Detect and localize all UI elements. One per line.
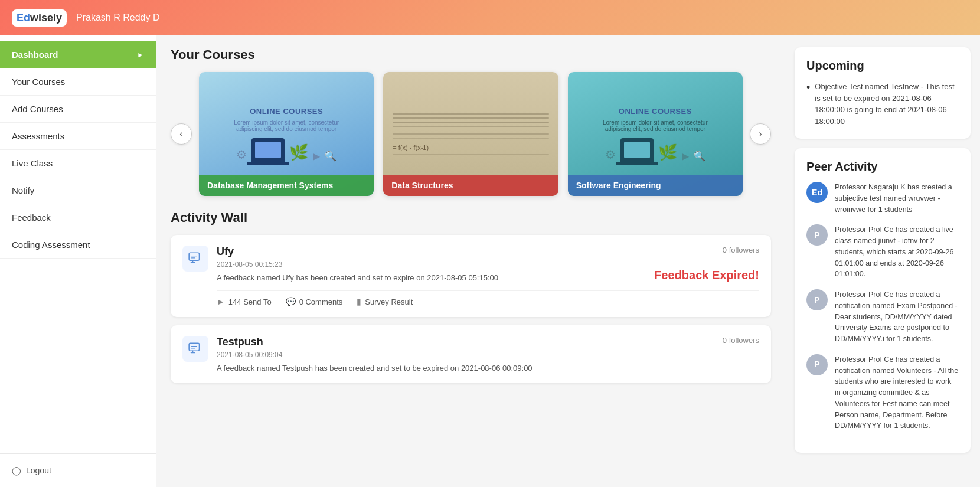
- comments-button[interactable]: 💬 0 Comments: [286, 297, 343, 306]
- activity-desc-ufy: A feedback named Ufy has been created an…: [217, 273, 654, 282]
- sidebar-item-live-class[interactable]: Live Class: [0, 150, 156, 177]
- logo-ed: Ed: [17, 12, 30, 24]
- course-title-2: Data Structures: [391, 181, 453, 190]
- activity-name-ufy: Ufy: [217, 246, 234, 258]
- peer-item-2: P Professor Prof Ce has created a live c…: [806, 224, 959, 280]
- comment-icon: 💬: [286, 297, 296, 306]
- sidebar-item-feedback[interactable]: Feedback: [0, 204, 156, 231]
- peer-item-4: P Professor Prof Ce has created a notifi…: [806, 354, 959, 432]
- plant-icon-3: 🌿: [658, 143, 677, 162]
- activity-card-testpush: Testpush 0 followers 2021-08-05 00:09:04…: [171, 325, 771, 383]
- nb-line: [393, 126, 548, 127]
- peer-item-1: Ed Professor Nagaraju K has created a su…: [806, 182, 959, 215]
- carousel-next-button[interactable]: ›: [750, 123, 771, 145]
- sidebar-label-your-courses: Your Courses: [12, 77, 65, 87]
- gear-icon-3: ⚙: [605, 148, 616, 162]
- course-icon-area-1: ⚙ 🌿 ▶ 🔍: [236, 138, 337, 162]
- peer-avatar-2: P: [806, 224, 828, 246]
- activity-content-ufy: Ufy 0 followers 2021-08-05 00:15:23 A fe…: [217, 246, 759, 306]
- chart-icon: ▮: [357, 297, 361, 306]
- course-card-3[interactable]: ONLINE COURSES Lorem ipsum dolor sit ame…: [568, 72, 743, 196]
- activity-followers-ufy: 0 followers: [723, 246, 759, 254]
- sidebar-item-dashboard[interactable]: Dashboard ►: [0, 41, 156, 68]
- peer-avatar-1: Ed: [806, 182, 828, 203]
- nb-formula: = f(x) - f(x-1): [393, 144, 548, 151]
- survey-result-button[interactable]: ▮ Survey Result: [357, 297, 413, 306]
- activity-time-testpush: 2021-08-05 00:09:04: [217, 351, 759, 359]
- send-to-label: 144 Send To: [228, 298, 272, 306]
- send-to-button[interactable]: ► 144 Send To: [217, 297, 272, 306]
- sidebar-item-assessments[interactable]: Assessments: [0, 123, 156, 150]
- app-header: Edwisely Prakash R Reddy D: [0, 0, 980, 35]
- play-icon-1: ▶: [313, 151, 320, 162]
- right-panel: Upcoming • Objective Test named Testnew …: [785, 35, 980, 487]
- courses-list: ONLINE COURSES Lorem ipsum dolor sit ame…: [199, 72, 743, 196]
- peer-activity-card: Peer Activity Ed Professor Nagaraju K ha…: [795, 148, 971, 453]
- upcoming-title: Upcoming: [806, 59, 959, 73]
- nb-line: [393, 133, 548, 135]
- course-title-overlay-1: Database Management Systems: [199, 175, 374, 196]
- upcoming-text-1: Objective Test named Testnew - This test…: [815, 81, 959, 127]
- sidebar-label-coding-assessment: Coding Assessment: [12, 240, 90, 250]
- activity-desc-row-ufy: A feedback named Ufy has been created an…: [217, 273, 759, 282]
- peer-text-2: Professor Prof Ce has created a live cla…: [835, 224, 959, 280]
- upcoming-item-1: • Objective Test named Testnew - This te…: [806, 81, 959, 127]
- upcoming-card: Upcoming • Objective Test named Testnew …: [795, 47, 971, 139]
- laptop-screen-3: [624, 142, 650, 158]
- activity-desc-testpush: A feedback named Testpush has been creat…: [217, 364, 759, 372]
- course-desc-text-3: Lorem ipsum dolor sit amet, consectetura…: [603, 119, 708, 132]
- course-card-1[interactable]: ONLINE COURSES Lorem ipsum dolor sit ame…: [199, 72, 374, 196]
- feedback-expired-badge: Feedback Expired!: [654, 269, 759, 282]
- laptop-base-1: [247, 162, 289, 165]
- course-title-1: Database Management Systems: [207, 181, 333, 190]
- activity-card-inner: Ufy 0 followers 2021-08-05 00:15:23 A fe…: [182, 246, 759, 306]
- magnify-icon-1: 🔍: [325, 151, 337, 162]
- course-card-2[interactable]: = f(x) - f(x-1) Data Structures: [383, 72, 558, 196]
- activity-section-title: Activity Wall: [171, 210, 771, 225]
- nb-line: [393, 113, 548, 115]
- peer-text-1: Professor Nagaraju K has created a subje…: [835, 182, 959, 215]
- activity-card-ufy: Ufy 0 followers 2021-08-05 00:15:23 A fe…: [171, 235, 771, 317]
- online-courses-label-1: ONLINE COURSES: [250, 107, 323, 116]
- svg-rect-0: [189, 253, 199, 260]
- chevron-right-icon: ►: [137, 51, 144, 59]
- course-title-3: Software Engineering: [576, 181, 661, 190]
- peer-text-3: Professor Prof Ce has created a notifica…: [835, 289, 959, 345]
- plant-icon-1: 🌿: [289, 143, 308, 162]
- activity-time-ufy: 2021-08-05 00:15:23: [217, 260, 759, 269]
- laptop-body-3: [620, 138, 654, 162]
- sidebar-label-dashboard: Dashboard: [12, 50, 58, 60]
- activity-header-ufy: Ufy 0 followers: [217, 246, 759, 258]
- activity-icon-testpush: [182, 336, 208, 362]
- survey-result-label: Survey Result: [365, 298, 413, 306]
- upcoming-bullet: •: [806, 81, 810, 94]
- sidebar-label-feedback: Feedback: [12, 213, 51, 223]
- activity-name-testpush: Testpush: [217, 336, 263, 348]
- comments-label: 0 Comments: [299, 298, 343, 306]
- sidebar-label-notify: Notify: [12, 185, 34, 195]
- sidebar-label-assessments: Assessments: [12, 131, 64, 141]
- sidebar-item-your-courses[interactable]: Your Courses: [0, 68, 156, 96]
- logout-icon: ◯: [12, 466, 21, 475]
- main-layout: Dashboard ► Your Courses Add Courses Ass…: [0, 35, 980, 487]
- magnify-icon-3: 🔍: [694, 151, 705, 162]
- courses-carousel: ‹ ONLINE COURSES Lorem ipsum dolor sit a…: [171, 72, 771, 196]
- logo: Edwisely: [12, 9, 67, 27]
- nb-line: [393, 117, 548, 119]
- sidebar-label-add-courses: Add Courses: [12, 104, 63, 114]
- activity-icon-ufy: [182, 246, 208, 272]
- sidebar-item-coding-assessment[interactable]: Coding Assessment: [0, 231, 156, 259]
- peer-text-4: Professor Prof Ce has created a notifica…: [835, 354, 959, 432]
- header-username: Prakash R Reddy D: [76, 12, 159, 23]
- nb-line: [393, 138, 548, 139]
- activity-card-inner-2: Testpush 0 followers 2021-08-05 00:09:04…: [182, 336, 759, 372]
- peer-avatar-3: P: [806, 289, 828, 310]
- course-title-overlay-3: Software Engineering: [568, 175, 743, 196]
- carousel-prev-button[interactable]: ‹: [171, 123, 192, 145]
- course-icon-area-3: ⚙ 🌿 ▶ 🔍: [605, 138, 705, 162]
- sidebar-item-add-courses[interactable]: Add Courses: [0, 96, 156, 123]
- main-content: Your Courses ‹ ONLINE COURSES Lorem ipsu…: [156, 35, 785, 487]
- logout-button[interactable]: ◯ Logout: [0, 453, 156, 487]
- laptop-screen-1: [255, 142, 281, 158]
- sidebar-item-notify[interactable]: Notify: [0, 177, 156, 204]
